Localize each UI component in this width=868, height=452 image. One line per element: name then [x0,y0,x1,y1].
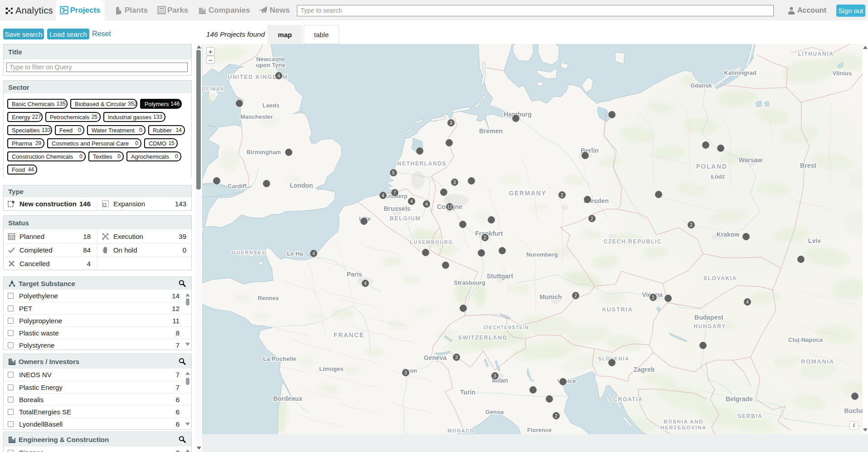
svg-text:Bremen: Bremen [479,127,503,135]
svg-text:Krakow: Krakow [717,231,740,238]
svg-text:CROATIA: CROATIA [614,396,643,403]
svg-text:Warsaw: Warsaw [739,156,763,164]
svg-text:3: 3 [455,355,458,360]
svg-text:Nuremberg: Nuremberg [526,251,558,258]
svg-text:Brest: Brest [800,162,816,169]
svg-text:LITHUANIA: LITHUANIA [798,51,834,57]
svg-text:Strasbourg: Strasbourg [454,279,485,286]
svg-text:SLOVAKIA: SLOVAKIA [703,275,737,282]
svg-text:4: 4 [382,193,384,198]
svg-text:Kaliningrad: Kaliningrad [724,69,756,76]
svg-text:Brussels: Brussels [383,205,410,212]
svg-text:Bucha: Bucha [844,407,863,414]
svg-text:BOSNIA AND: BOSNIA AND [664,419,703,424]
svg-text:BELGIUM: BELGIUM [390,215,421,222]
svg-text:La Rochelle: La Rochelle [263,355,296,362]
svg-text:Genoa: Genoa [485,408,504,415]
svg-text:Manchester: Manchester [240,113,273,120]
svg-text:5: 5 [392,170,395,175]
svg-text:3: 3 [453,180,456,185]
svg-text:3: 3 [450,120,452,126]
svg-text:GERMANY: GERMANY [509,190,547,197]
svg-text:LIECHTENSTEIN: LIECHTENSTEIN [484,325,529,330]
svg-text:4: 4 [425,201,428,207]
svg-text:Cluj-Napoca: Cluj-Napoca [788,336,823,343]
svg-text:Belgrade: Belgrade [726,395,753,403]
svg-text:2: 2 [561,192,563,198]
svg-text:Gdansk: Gdansk [690,82,712,89]
svg-text:Lviv: Lviv [808,237,821,244]
svg-text:NETHERLANDS: NETHERLANDS [398,160,446,167]
svg-text:4: 4 [312,251,315,256]
svg-text:Zagreb: Zagreb [634,366,655,373]
svg-text:Rennes: Rennes [258,295,279,301]
svg-text:Turin: Turin [460,389,475,396]
svg-text:3: 3 [404,370,407,375]
svg-text:FRANCE: FRANCE [334,331,364,339]
svg-text:Budapest: Budapest [694,314,723,321]
svg-text:POLAND: POLAND [696,163,727,170]
svg-text:7: 7 [393,190,396,195]
svg-text:2: 2 [484,235,486,240]
svg-text:4: 4 [410,199,413,204]
svg-text:AUSTRIA: AUSTRIA [602,306,633,313]
svg-text:Łódź: Łódź [711,173,725,180]
svg-text:4: 4 [277,73,280,78]
svg-text:Limoges: Limoges [319,365,343,372]
svg-text:Cardiff: Cardiff [228,183,247,190]
svg-text:HUNGARY: HUNGARY [693,323,726,330]
svg-text:Munich: Munich [540,293,562,301]
svg-text:SERBIA: SERBIA [738,413,763,419]
svg-text:2: 2 [591,216,593,221]
svg-text:3: 3 [494,373,496,379]
svg-text:HERZEGOVINA: HERZEGOVINA [660,425,707,430]
svg-text:Frankfurt: Frankfurt [475,230,503,237]
svg-text:2: 2 [574,293,577,298]
svg-text:Geneva: Geneva [424,354,447,361]
svg-text:GUERNSEY: GUERNSEY [232,250,266,255]
svg-text:OF MAN: OF MAN [202,87,224,92]
svg-text:Florence: Florence [527,427,552,433]
svg-text:upon Tyne: upon Tyne [256,62,286,68]
svg-text:Stuttgart: Stuttgart [487,272,514,280]
svg-text:4: 4 [746,299,749,305]
svg-text:2: 2 [690,222,693,228]
svg-text:LUXEMBOURG: LUXEMBOURG [410,239,453,245]
svg-text:Bordeaux: Bordeaux [273,395,303,402]
svg-text:MONACO: MONACO [447,428,475,433]
svg-text:Le Ha: Le Ha [287,250,303,257]
svg-text:Paris: Paris [347,271,362,278]
svg-text:ROMANIA: ROMANIA [801,358,834,365]
svg-text:12: 12 [447,204,452,209]
svg-text:4: 4 [364,281,367,286]
svg-text:CZECH REPUBLIC: CZECH REPUBLIC [604,238,662,245]
svg-text:2: 2 [652,295,655,300]
svg-text:Leeds: Leeds [262,102,280,109]
svg-text:Vilnius: Vilnius [833,70,852,77]
svg-text:SWITZERLAND: SWITZERLAND [458,335,508,341]
svg-text:London: London [290,182,313,189]
svg-text:2: 2 [555,413,558,418]
svg-text:Birmingham: Birmingham [247,149,281,156]
